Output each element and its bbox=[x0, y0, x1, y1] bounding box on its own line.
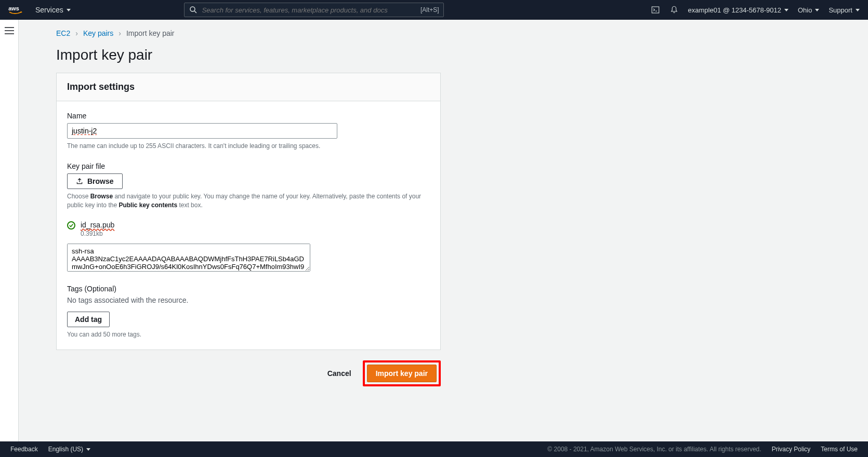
account-label: example01 @ 1234-5678-9012 bbox=[688, 6, 781, 14]
tags-empty-text: No tags associated with the resource. bbox=[67, 296, 430, 304]
language-selector[interactable]: English (US) bbox=[48, 446, 90, 453]
search-shortcut: [Alt+S] bbox=[420, 6, 439, 14]
upload-icon bbox=[76, 178, 83, 185]
name-input[interactable] bbox=[67, 123, 337, 139]
language-label: English (US) bbox=[48, 446, 83, 453]
breadcrumb-link-ec2[interactable]: EC2 bbox=[56, 29, 70, 37]
bell-icon[interactable] bbox=[669, 5, 679, 15]
sidebar-rail bbox=[0, 20, 19, 441]
search-icon bbox=[189, 5, 198, 15]
success-check-icon bbox=[67, 221, 75, 230]
breadcrumb-current: Import key pair bbox=[126, 29, 175, 37]
action-row: Cancel Import key pair bbox=[56, 350, 441, 407]
aws-logo[interactable]: aws bbox=[8, 5, 26, 15]
search-input[interactable] bbox=[202, 6, 416, 14]
footer: Feedback English (US) © 2008 - 2021, Ama… bbox=[0, 441, 868, 457]
tags-field: Tags (Optional) No tags associated with … bbox=[67, 285, 430, 339]
pubkey-field bbox=[67, 244, 430, 273]
svg-point-1 bbox=[190, 7, 195, 11]
breadcrumb-link-keypairs[interactable]: Key pairs bbox=[83, 29, 113, 37]
account-menu[interactable]: example01 @ 1234-5678-9012 bbox=[688, 6, 788, 14]
top-navbar: aws Services [Alt+S] example01 @ 1234-56… bbox=[0, 0, 868, 20]
tags-hint: You can add 50 more tags. bbox=[67, 330, 430, 339]
highlight-ring: Import key pair bbox=[363, 360, 441, 386]
keyfile-label: Key pair file bbox=[67, 162, 430, 170]
chevron-down-icon bbox=[86, 448, 90, 451]
page-title: Import key pair bbox=[19, 37, 868, 73]
name-hint: The name can include up to 255 ASCII cha… bbox=[67, 142, 430, 151]
chevron-right-icon: › bbox=[119, 29, 121, 37]
pubkey-textarea[interactable] bbox=[67, 244, 310, 272]
privacy-link[interactable]: Privacy Policy bbox=[772, 446, 811, 453]
keyfile-field: Key pair file Browse Choose Browse and n… bbox=[67, 162, 430, 210]
aws-logo-icon: aws bbox=[8, 5, 26, 15]
hamburger-icon bbox=[5, 27, 14, 34]
import-key-pair-button[interactable]: Import key pair bbox=[367, 365, 437, 382]
panel-header: Import settings bbox=[57, 73, 440, 101]
tags-label: Tags (Optional) bbox=[67, 285, 430, 293]
svg-text:aws: aws bbox=[8, 5, 19, 11]
chevron-down-icon bbox=[784, 9, 788, 11]
services-label: Services bbox=[35, 6, 63, 14]
terms-link[interactable]: Terms of Use bbox=[821, 446, 858, 453]
svg-rect-3 bbox=[652, 7, 659, 13]
browse-button[interactable]: Browse bbox=[67, 173, 123, 189]
support-menu[interactable]: Support bbox=[828, 6, 860, 14]
keyfile-hint: Choose Browse and navigate to your publi… bbox=[67, 192, 430, 210]
services-menu[interactable]: Services bbox=[35, 6, 71, 14]
region-label: Ohio bbox=[798, 6, 812, 14]
uploaded-filename: id_rsa.pub bbox=[81, 221, 114, 229]
name-label: Name bbox=[67, 112, 430, 120]
uploaded-file-row: id_rsa.pub 0.391kb bbox=[67, 221, 430, 237]
import-settings-panel: Import settings Name The name can includ… bbox=[56, 73, 441, 350]
uploaded-filesize: 0.391kb bbox=[81, 230, 114, 237]
chevron-down-icon bbox=[815, 9, 819, 11]
sidebar-toggle[interactable] bbox=[5, 27, 14, 441]
chevron-right-icon: › bbox=[75, 29, 78, 37]
support-label: Support bbox=[828, 6, 852, 14]
cloudshell-icon[interactable] bbox=[651, 5, 660, 15]
cancel-button[interactable]: Cancel bbox=[321, 365, 358, 382]
svg-line-2 bbox=[194, 11, 196, 13]
name-field: Name The name can include up to 255 ASCI… bbox=[67, 112, 430, 151]
chevron-down-icon bbox=[856, 9, 860, 11]
browse-label: Browse bbox=[87, 177, 114, 185]
add-tag-button[interactable]: Add tag bbox=[67, 312, 110, 327]
breadcrumb: EC2 › Key pairs › Import key pair bbox=[19, 20, 868, 37]
copyright-text: © 2008 - 2021, Amazon Web Services, Inc.… bbox=[547, 446, 761, 453]
chevron-down-icon bbox=[67, 9, 71, 11]
region-menu[interactable]: Ohio bbox=[798, 6, 819, 14]
feedback-link[interactable]: Feedback bbox=[10, 446, 38, 453]
global-search[interactable]: [Alt+S] bbox=[184, 3, 444, 17]
